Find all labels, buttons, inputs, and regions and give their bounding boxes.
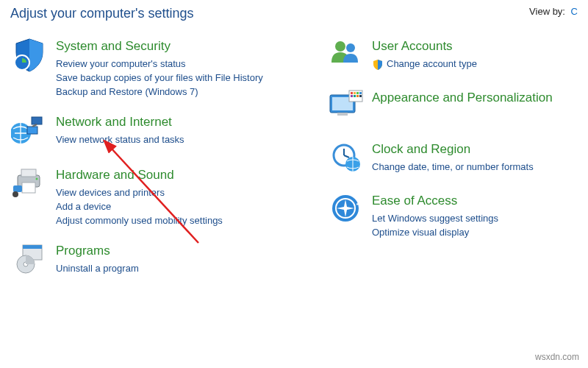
link-review-status[interactable]: Review your computer's status (56, 57, 263, 71)
link-suggest-settings[interactable]: Let Windows suggest settings (372, 211, 498, 225)
svg-point-10 (12, 191, 18, 197)
category-hardware: Hardware and Sound View devices and prin… (10, 166, 326, 227)
link-uninstall[interactable]: Uninstall a program (56, 261, 139, 275)
category-system-security: System and Security Review your computer… (10, 38, 326, 99)
category-clock: Clock and Region Change date, time, or n… (326, 141, 569, 179)
clock-icon (326, 141, 365, 179)
title-ease-of-access[interactable]: Ease of Access (372, 194, 457, 208)
svg-rect-23 (356, 92, 359, 94)
svg-rect-6 (21, 169, 36, 177)
link-view-network-status[interactable]: View network status and tasks (56, 132, 184, 146)
title-programs[interactable]: Programs (56, 244, 110, 258)
svg-rect-12 (23, 245, 42, 249)
svg-rect-3 (27, 127, 37, 134)
top-bar: Adjust your computer's settings View by:… (0, 0, 588, 38)
category-network: Network and Internet View network status… (10, 113, 326, 152)
svg-rect-7 (22, 183, 35, 193)
watermark: wsxdn.com (535, 352, 579, 362)
svg-rect-24 (359, 92, 362, 94)
ease-of-access-icon (326, 192, 365, 230)
svg-point-16 (346, 43, 355, 52)
right-column: User Accounts Change account type Appear… (326, 38, 569, 295)
programs-disc-icon (10, 242, 49, 280)
shield-system-icon (10, 38, 49, 76)
left-column: System and Security Review your computer… (10, 38, 326, 295)
category-ease-of-access: Ease of Access Let Windows suggest setti… (326, 192, 569, 239)
svg-rect-21 (351, 92, 353, 94)
network-globe-icon (10, 113, 49, 152)
svg-rect-27 (356, 95, 359, 97)
svg-point-8 (36, 178, 38, 180)
link-add-device[interactable]: Add a device (56, 199, 223, 213)
view-by: View by: C (529, 6, 578, 21)
svg-rect-28 (359, 95, 362, 97)
link-view-devices[interactable]: View devices and printers (56, 185, 223, 199)
title-hardware[interactable]: Hardware and Sound (56, 168, 174, 182)
user-accounts-icon (326, 38, 365, 76)
title-system-security[interactable]: System and Security (56, 39, 171, 53)
title-clock[interactable]: Clock and Region (372, 142, 470, 156)
link-change-date-time[interactable]: Change date, time, or number formats (372, 160, 534, 174)
link-optimize-display[interactable]: Optimize visual display (372, 225, 498, 239)
view-by-label: View by: (529, 6, 565, 17)
category-programs: Programs Uninstall a program (10, 242, 326, 280)
title-user-accounts[interactable]: User Accounts (372, 39, 453, 53)
category-user-accounts: User Accounts Change account type (326, 38, 569, 76)
link-file-history[interactable]: Save backup copies of your files with Fi… (56, 71, 263, 85)
view-by-select[interactable]: C (571, 6, 578, 17)
shield-icon (372, 59, 384, 71)
appearance-icon (326, 89, 365, 127)
svg-rect-26 (354, 95, 356, 97)
svg-rect-9 (13, 185, 22, 192)
link-change-account-type-text: Change account type (387, 58, 477, 69)
svg-rect-25 (351, 95, 353, 97)
title-appearance[interactable]: Appearance and Personalization (372, 91, 553, 105)
page-title: Adjust your computer's settings (10, 6, 194, 21)
printer-icon (10, 166, 49, 205)
title-network[interactable]: Network and Internet (56, 115, 172, 129)
svg-rect-22 (354, 92, 356, 94)
link-backup-restore[interactable]: Backup and Restore (Windows 7) (56, 85, 263, 99)
svg-point-15 (335, 41, 345, 52)
svg-rect-19 (337, 113, 348, 116)
link-mobility[interactable]: Adjust commonly used mobility settings (56, 213, 223, 227)
link-change-account-type[interactable]: Change account type (372, 57, 477, 71)
svg-rect-2 (32, 117, 42, 124)
category-appearance: Appearance and Personalization (326, 89, 569, 127)
